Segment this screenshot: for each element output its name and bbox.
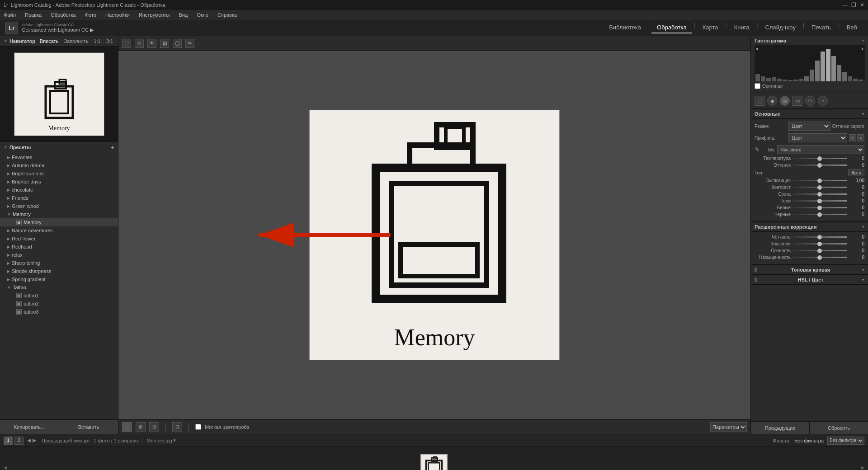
profile-list-icon[interactable]: ≡: [857, 134, 864, 141]
filmstrip-thumb-0[interactable]: [420, 454, 448, 470]
minimize-btn[interactable]: —: [842, 2, 848, 8]
highlights-slider[interactable]: [793, 193, 847, 195]
histogram-collapse-arrow[interactable]: ▾: [862, 38, 864, 43]
preset-group-red-flower-header[interactable]: ▶ Red flower: [0, 235, 118, 243]
redeye-tool[interactable]: 👁: [147, 39, 156, 48]
profile-grid-icon[interactable]: ⊞: [849, 134, 856, 141]
adjustment-brush-tool[interactable]: ✏: [185, 39, 194, 48]
tab-web[interactable]: Веб: [841, 22, 863, 33]
saturation-slider[interactable]: [793, 250, 847, 251]
add-preset-btn[interactable]: +: [111, 144, 114, 151]
tab-develop[interactable]: Обработка: [651, 22, 692, 33]
preset-group-autumn-header[interactable]: ▶ Autumn drama: [0, 161, 118, 169]
whites-slider[interactable]: [793, 207, 847, 208]
page-1-btn[interactable]: 1: [4, 437, 13, 445]
view-fill[interactable]: Заполнить: [62, 38, 90, 44]
spot-removal-btn[interactable]: ◉: [767, 96, 777, 106]
shadows-slider[interactable]: [793, 200, 847, 202]
view-options-dropdown[interactable]: Параметры: [710, 422, 747, 432]
close-btn[interactable]: ✕: [860, 2, 864, 8]
preset-group-simple-sharpness-header[interactable]: ▶ Simple sharpness: [0, 267, 118, 275]
tone-curve-header[interactable]: Тоновая кривая ▾: [751, 265, 868, 275]
graduated-filter-btn[interactable]: ▭: [793, 96, 802, 106]
prev-settings-btn[interactable]: Предыдущие: [751, 422, 810, 434]
preset-group-friends-header[interactable]: ▶ Friends: [0, 194, 118, 202]
radial-filter-btn[interactable]: ⬭: [805, 96, 815, 106]
menu-item-фото[interactable]: Фото: [83, 11, 98, 19]
get-started-link[interactable]: Get started with Lightroom CC ▶: [22, 27, 94, 33]
menu-item-файл[interactable]: Файл: [2, 11, 18, 19]
menu-item-обработка[interactable]: Обработка: [49, 11, 77, 19]
preset-group-bright-summer-header[interactable]: ▶ Bright summer: [0, 169, 118, 178]
preset-item-tattoo2[interactable]: ▦ tattoo2: [0, 300, 118, 308]
profile-select[interactable]: Цвет: [788, 133, 847, 142]
paste-btn[interactable]: Вставить: [59, 420, 118, 434]
tab-map[interactable]: Карта: [697, 22, 724, 33]
preset-item-tattoo3[interactable]: ▦ tattoo3: [0, 308, 118, 316]
preset-item-tattoo1[interactable]: ▦ tattoo1: [0, 291, 118, 300]
hsl-section-header[interactable]: HSL / Цвет ▾: [751, 275, 868, 285]
spot-removal-tool[interactable]: ◎: [135, 39, 144, 48]
preset-group-spring-header[interactable]: ▶ Spring gradient: [0, 275, 118, 283]
menu-item-вид[interactable]: Вид: [177, 11, 190, 19]
before-after-btn[interactable]: ⊞: [136, 422, 146, 432]
adjustment-brush-btn[interactable]: ○: [818, 96, 828, 106]
vibrance-slider[interactable]: [793, 243, 847, 244]
navigator-collapse-arrow[interactable]: ▼: [4, 39, 8, 43]
menu-item-окно[interactable]: Окно: [195, 11, 210, 19]
crop-overlay-btn[interactable]: ⬚: [755, 96, 764, 106]
soft-proof-checkbox[interactable]: [195, 424, 201, 430]
preset-group-favorites-header[interactable]: ▶ Favorites: [0, 153, 118, 161]
bb-select[interactable]: Как снято: [777, 145, 864, 154]
menu-item-правка[interactable]: Правка: [23, 11, 43, 19]
wb-eyedropper-icon[interactable]: ✎: [755, 146, 760, 153]
contrast-slider[interactable]: [793, 187, 847, 188]
view-1to1[interactable]: 1:1: [92, 38, 102, 44]
grid-view-btn[interactable]: ⊡: [172, 422, 182, 432]
tab-book[interactable]: Книга: [729, 22, 755, 33]
tab-slideshow[interactable]: Слайд-шоу: [760, 22, 801, 33]
menu-item-настройки[interactable]: Настройки: [104, 11, 132, 19]
basic-section-header[interactable]: Основные ▾: [751, 109, 868, 119]
preset-group-tattoo-header[interactable]: ▼ Tattoo: [0, 283, 118, 291]
clarity-slider[interactable]: [793, 236, 847, 238]
tab-library[interactable]: Библиотека: [604, 22, 646, 33]
next-nav-btn[interactable]: ▶: [33, 437, 36, 443]
view-fit[interactable]: Вписать: [38, 38, 60, 44]
mode-select[interactable]: Цвет: [788, 122, 830, 131]
tab-print[interactable]: Печать: [806, 22, 836, 33]
menu-item-инструменты[interactable]: Инструменты: [137, 11, 172, 19]
preset-group-memory-header[interactable]: ▼ Memory: [0, 210, 118, 218]
preset-group-redhead-header[interactable]: ▶ Redhead: [0, 243, 118, 251]
graduated-filter-tool[interactable]: ▤: [160, 39, 169, 48]
exposure-slider[interactable]: [793, 180, 847, 181]
menu-item-справка[interactable]: Справка: [216, 11, 239, 19]
filmstrip-collapse-left-btn[interactable]: ◂: [4, 464, 7, 470]
survey-view-btn[interactable]: ⊟: [149, 422, 159, 432]
page-2-btn[interactable]: 2: [14, 437, 24, 445]
preset-group-chocolate-header[interactable]: ▶ chocolate: [0, 186, 118, 194]
preset-group-relax-header[interactable]: ▶ relax: [0, 251, 118, 259]
preset-item-memory[interactable]: ▦ Memory: [0, 218, 118, 226]
tone-auto-btn[interactable]: Авто: [848, 169, 864, 176]
original-checkbox[interactable]: [755, 83, 760, 89]
view-3to1[interactable]: 3:1: [105, 38, 114, 44]
presets-collapse-arrow[interactable]: ▼: [4, 145, 8, 150]
restore-btn[interactable]: ❐: [851, 2, 856, 8]
file-dropdown-arrow[interactable]: ▾: [173, 437, 176, 443]
loupe-view-btn[interactable]: □: [122, 422, 132, 432]
prev-nav-btn[interactable]: ◀: [27, 437, 31, 443]
tint-slider[interactable]: [793, 164, 847, 166]
advanced-section-header[interactable]: Расширенные коррекции ▾: [751, 222, 868, 232]
preset-group-sharp-toning-header[interactable]: ▶ Sharp toning: [0, 259, 118, 267]
preset-group-brighter-days-header[interactable]: ▶ Brighter days: [0, 178, 118, 186]
sat2-slider[interactable]: [793, 257, 847, 258]
radial-filter-tool[interactable]: ◯: [173, 39, 182, 48]
filmstrip-collapse-right-btn[interactable]: ▸: [861, 464, 864, 470]
crop-tool[interactable]: ⬚: [122, 39, 131, 48]
preset-group-green-wood-header[interactable]: ▶ Green wood: [0, 202, 118, 210]
copy-btn[interactable]: Копировать...: [0, 420, 59, 434]
temp-slider[interactable]: [793, 158, 847, 159]
preset-group-nature-header[interactable]: ▶ Nature adventures: [0, 226, 118, 235]
blacks-slider[interactable]: [793, 214, 847, 215]
